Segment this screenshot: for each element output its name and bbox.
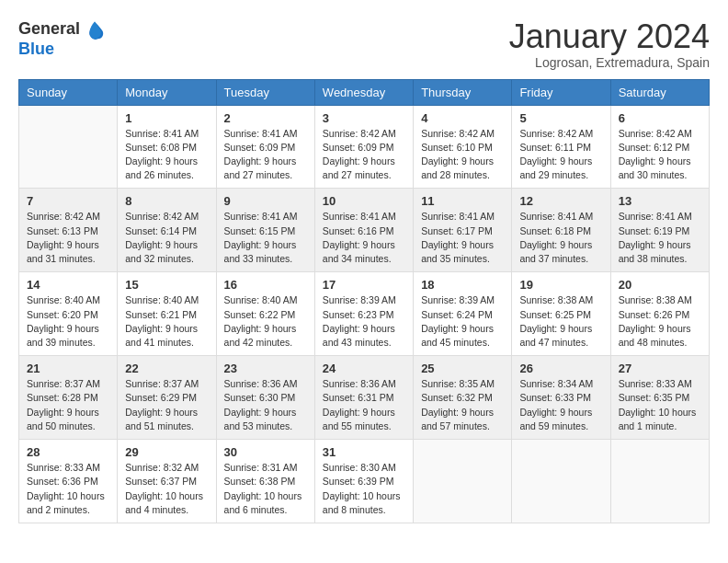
calendar-cell: 29Sunrise: 8:32 AM Sunset: 6:37 PM Dayli…: [118, 440, 216, 523]
calendar-cell: 16Sunrise: 8:40 AM Sunset: 6:22 PM Dayli…: [216, 272, 314, 356]
logo-general: General: [18, 20, 80, 39]
calendar-week-4: 21Sunrise: 8:37 AM Sunset: 6:28 PM Dayli…: [19, 356, 710, 440]
day-number: 28: [27, 445, 109, 459]
header-tuesday: Tuesday: [216, 79, 314, 105]
day-number: 26: [519, 362, 602, 375]
day-info: Sunrise: 8:42 AM Sunset: 6:10 PM Dayligh…: [421, 127, 504, 183]
day-number: 3: [323, 111, 405, 125]
day-info: Sunrise: 8:33 AM Sunset: 6:36 PM Dayligh…: [27, 461, 109, 517]
calendar-cell: 20Sunrise: 8:38 AM Sunset: 6:26 PM Dayli…: [610, 272, 709, 356]
day-number: 6: [619, 111, 701, 125]
calendar-week-5: 28Sunrise: 8:33 AM Sunset: 6:36 PM Dayli…: [19, 440, 710, 523]
calendar-cell: 4Sunrise: 8:42 AM Sunset: 6:10 PM Daylig…: [414, 105, 512, 189]
calendar-cell: [19, 105, 118, 189]
day-number: 22: [125, 362, 208, 375]
calendar-week-2: 7Sunrise: 8:42 AM Sunset: 6:13 PM Daylig…: [19, 189, 710, 272]
day-number: 20: [619, 278, 701, 292]
calendar-cell: 12Sunrise: 8:41 AM Sunset: 6:18 PM Dayli…: [512, 189, 610, 272]
calendar-cell: [610, 440, 709, 523]
calendar-cell: 8Sunrise: 8:42 AM Sunset: 6:14 PM Daylig…: [118, 189, 216, 272]
calendar-week-3: 14Sunrise: 8:40 AM Sunset: 6:20 PM Dayli…: [19, 272, 710, 356]
day-info: Sunrise: 8:41 AM Sunset: 6:16 PM Dayligh…: [323, 210, 405, 266]
day-info: Sunrise: 8:42 AM Sunset: 6:09 PM Dayligh…: [323, 127, 405, 183]
calendar-cell: 30Sunrise: 8:31 AM Sunset: 6:38 PM Dayli…: [216, 440, 314, 523]
day-number: 4: [421, 111, 504, 125]
day-info: Sunrise: 8:39 AM Sunset: 6:24 PM Dayligh…: [421, 293, 504, 350]
calendar-cell: 22Sunrise: 8:37 AM Sunset: 6:29 PM Dayli…: [118, 356, 216, 440]
day-number: 8: [125, 194, 208, 208]
day-info: Sunrise: 8:40 AM Sunset: 6:21 PM Dayligh…: [125, 293, 208, 350]
calendar-cell: [414, 440, 512, 523]
calendar-cell: 23Sunrise: 8:36 AM Sunset: 6:30 PM Dayli…: [216, 356, 314, 440]
day-info: Sunrise: 8:30 AM Sunset: 6:39 PM Dayligh…: [323, 461, 405, 517]
header-sunday: Sunday: [19, 79, 118, 105]
calendar: Sunday Monday Tuesday Wednesday Thursday…: [18, 79, 710, 523]
day-info: Sunrise: 8:33 AM Sunset: 6:35 PM Dayligh…: [619, 377, 701, 433]
day-number: 16: [224, 278, 307, 292]
day-number: 13: [619, 194, 701, 208]
day-info: Sunrise: 8:41 AM Sunset: 6:17 PM Dayligh…: [421, 210, 504, 266]
day-number: 17: [323, 278, 405, 292]
calendar-cell: 13Sunrise: 8:41 AM Sunset: 6:19 PM Dayli…: [610, 189, 709, 272]
calendar-cell: 27Sunrise: 8:33 AM Sunset: 6:35 PM Dayli…: [610, 356, 709, 440]
calendar-cell: 19Sunrise: 8:38 AM Sunset: 6:25 PM Dayli…: [512, 272, 610, 356]
day-info: Sunrise: 8:41 AM Sunset: 6:19 PM Dayligh…: [619, 210, 701, 266]
day-number: 1: [125, 111, 208, 125]
subtitle: Logrosan, Extremadura, Spain: [509, 55, 710, 70]
day-info: Sunrise: 8:37 AM Sunset: 6:28 PM Dayligh…: [27, 377, 109, 433]
day-number: 18: [421, 278, 504, 292]
calendar-cell: 1Sunrise: 8:41 AM Sunset: 6:08 PM Daylig…: [118, 105, 216, 189]
day-number: 15: [125, 278, 208, 292]
calendar-cell: 5Sunrise: 8:42 AM Sunset: 6:11 PM Daylig…: [512, 105, 610, 189]
day-info: Sunrise: 8:35 AM Sunset: 6:32 PM Dayligh…: [421, 377, 504, 433]
calendar-cell: 17Sunrise: 8:39 AM Sunset: 6:23 PM Dayli…: [314, 272, 413, 356]
day-number: 5: [519, 111, 602, 125]
day-info: Sunrise: 8:41 AM Sunset: 6:08 PM Dayligh…: [125, 127, 208, 183]
day-info: Sunrise: 8:34 AM Sunset: 6:33 PM Dayligh…: [519, 377, 602, 433]
day-info: Sunrise: 8:38 AM Sunset: 6:26 PM Dayligh…: [619, 293, 701, 350]
header-row: Sunday Monday Tuesday Wednesday Thursday…: [19, 79, 710, 105]
day-number: 30: [224, 445, 307, 459]
calendar-cell: 9Sunrise: 8:41 AM Sunset: 6:15 PM Daylig…: [216, 189, 314, 272]
day-info: Sunrise: 8:42 AM Sunset: 6:14 PM Dayligh…: [125, 210, 208, 266]
day-number: 9: [224, 194, 307, 208]
day-number: 27: [619, 362, 701, 375]
calendar-cell: 14Sunrise: 8:40 AM Sunset: 6:20 PM Dayli…: [19, 272, 118, 356]
header-thursday: Thursday: [414, 79, 512, 105]
logo: General Blue: [18, 18, 106, 59]
day-number: 11: [421, 194, 504, 208]
day-number: 29: [125, 445, 208, 459]
day-info: Sunrise: 8:40 AM Sunset: 6:22 PM Dayligh…: [224, 293, 307, 350]
day-number: 21: [27, 362, 109, 375]
day-info: Sunrise: 8:42 AM Sunset: 6:11 PM Dayligh…: [519, 127, 602, 183]
calendar-cell: 28Sunrise: 8:33 AM Sunset: 6:36 PM Dayli…: [19, 440, 118, 523]
day-info: Sunrise: 8:32 AM Sunset: 6:37 PM Dayligh…: [125, 461, 208, 517]
day-info: Sunrise: 8:41 AM Sunset: 6:09 PM Dayligh…: [224, 127, 307, 183]
calendar-cell: 3Sunrise: 8:42 AM Sunset: 6:09 PM Daylig…: [314, 105, 413, 189]
day-info: Sunrise: 8:36 AM Sunset: 6:31 PM Dayligh…: [323, 377, 405, 433]
calendar-cell: 25Sunrise: 8:35 AM Sunset: 6:32 PM Dayli…: [414, 356, 512, 440]
calendar-cell: 31Sunrise: 8:30 AM Sunset: 6:39 PM Dayli…: [314, 440, 413, 523]
header-wednesday: Wednesday: [314, 79, 413, 105]
calendar-cell: 11Sunrise: 8:41 AM Sunset: 6:17 PM Dayli…: [414, 189, 512, 272]
day-number: 10: [323, 194, 405, 208]
calendar-cell: [512, 440, 610, 523]
calendar-cell: 2Sunrise: 8:41 AM Sunset: 6:09 PM Daylig…: [216, 105, 314, 189]
day-number: 14: [27, 278, 109, 292]
calendar-cell: 18Sunrise: 8:39 AM Sunset: 6:24 PM Dayli…: [414, 272, 512, 356]
calendar-cell: 26Sunrise: 8:34 AM Sunset: 6:33 PM Dayli…: [512, 356, 610, 440]
calendar-cell: 7Sunrise: 8:42 AM Sunset: 6:13 PM Daylig…: [19, 189, 118, 272]
day-info: Sunrise: 8:40 AM Sunset: 6:20 PM Dayligh…: [27, 293, 109, 350]
day-number: 25: [421, 362, 504, 375]
day-info: Sunrise: 8:41 AM Sunset: 6:18 PM Dayligh…: [519, 210, 602, 266]
day-info: Sunrise: 8:42 AM Sunset: 6:12 PM Dayligh…: [619, 127, 701, 183]
logo-icon: [84, 18, 106, 40]
day-info: Sunrise: 8:31 AM Sunset: 6:38 PM Dayligh…: [224, 461, 307, 517]
day-number: 12: [519, 194, 602, 208]
day-number: 31: [323, 445, 405, 459]
calendar-cell: 10Sunrise: 8:41 AM Sunset: 6:16 PM Dayli…: [314, 189, 413, 272]
day-info: Sunrise: 8:39 AM Sunset: 6:23 PM Dayligh…: [323, 293, 405, 350]
day-number: 7: [27, 194, 109, 208]
day-number: 24: [323, 362, 405, 375]
day-info: Sunrise: 8:38 AM Sunset: 6:25 PM Dayligh…: [519, 293, 602, 350]
